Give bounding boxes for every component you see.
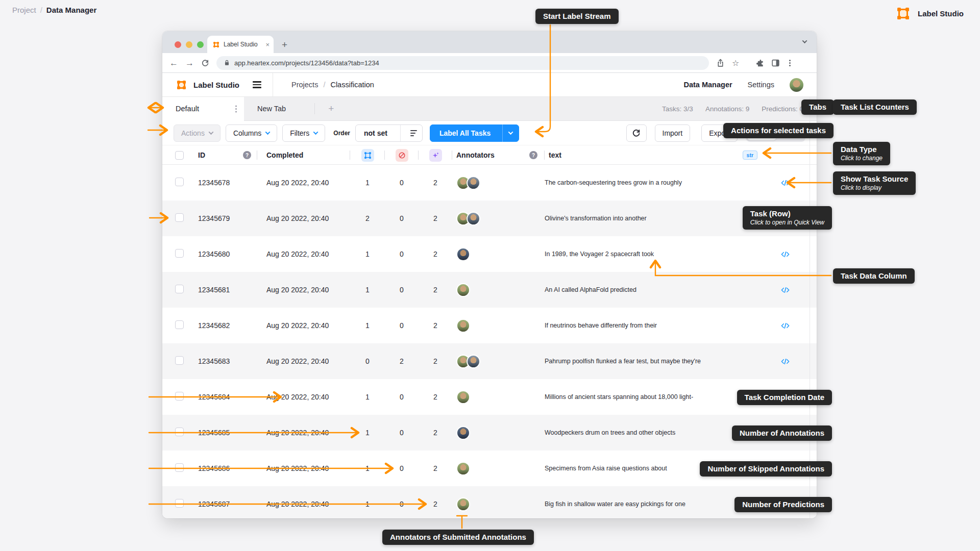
window-close-button[interactable] xyxy=(175,41,181,48)
add-tab-button[interactable]: + xyxy=(315,103,347,114)
table-row[interactable]: 12345684 Aug 20 2022, 20:40 1 0 2 Millio… xyxy=(162,379,817,415)
task-text: Olivine's transformation into another xyxy=(545,215,765,222)
chevron-down-icon[interactable] xyxy=(502,124,519,142)
row-checkbox[interactable] xyxy=(175,499,184,508)
counter-predictions: Predictions: 0 xyxy=(762,105,803,113)
predictions-count: 2 xyxy=(419,393,452,401)
table-row[interactable]: 12345680 Aug 20 2022, 20:40 1 0 2 In 198… xyxy=(162,236,817,272)
label-all-tasks-button[interactable]: Label All Tasks xyxy=(430,124,519,142)
predictions-count: 2 xyxy=(419,429,452,437)
refresh-button[interactable] xyxy=(626,124,647,142)
skipped-count: 0 xyxy=(385,250,419,258)
share-icon[interactable] xyxy=(716,59,725,67)
nav-settings[interactable]: Settings xyxy=(748,81,774,89)
window-zoom-button[interactable] xyxy=(197,41,204,48)
row-checkbox[interactable] xyxy=(175,285,184,293)
show-task-source-icon[interactable] xyxy=(781,179,790,187)
annotators-cell xyxy=(452,212,545,226)
table-row[interactable]: 12345678 Aug 20 2022, 20:40 1 0 2 The ca… xyxy=(162,165,817,201)
show-task-source-icon[interactable] xyxy=(781,286,790,294)
lock-icon xyxy=(224,59,230,66)
show-task-source-icon[interactable] xyxy=(781,358,790,365)
annotators-cell xyxy=(452,462,545,475)
breadcrumb-separator: / xyxy=(40,6,42,14)
sort-icon[interactable] xyxy=(405,130,422,136)
table-row[interactable]: 12345685 Aug 20 2022, 20:40 1 0 2 Woodpe… xyxy=(162,415,817,450)
order-button[interactable]: not set xyxy=(355,124,423,142)
column-header-annotators[interactable]: Annotators ? xyxy=(452,145,545,165)
hamburger-menu-icon[interactable] xyxy=(253,81,261,88)
callout-title: Task (Row) xyxy=(750,209,824,218)
show-task-source-icon[interactable] xyxy=(781,322,790,330)
row-checkbox[interactable] xyxy=(175,463,184,472)
new-browser-tab-button[interactable]: + xyxy=(282,40,287,49)
task-id: 12345678 xyxy=(194,179,257,187)
task-completed-date: Aug 20 2022, 20:40 xyxy=(257,321,350,330)
forward-icon[interactable]: → xyxy=(185,59,194,67)
predictions-count: 2 xyxy=(419,250,452,258)
task-id: 12345681 xyxy=(194,286,257,294)
columns-button[interactable]: Columns xyxy=(226,124,277,142)
tab-new-tab[interactable]: New Tab xyxy=(244,105,299,113)
reload-icon[interactable] xyxy=(201,59,209,67)
row-checkbox[interactable] xyxy=(175,320,184,329)
callout-title: Actions for selected tasks xyxy=(731,126,826,135)
row-checkbox[interactable] xyxy=(175,249,184,258)
column-header-annotations[interactable] xyxy=(350,145,385,165)
table-row[interactable]: 12345679 Aug 20 2022, 20:40 2 0 2 Olivin… xyxy=(162,201,817,236)
help-icon[interactable]: ? xyxy=(243,151,251,159)
window-minimize-button[interactable] xyxy=(186,41,192,48)
row-checkbox[interactable] xyxy=(175,392,184,400)
table-row[interactable]: 12345683 Aug 20 2022, 20:40 0 2 2 Pahrum… xyxy=(162,343,817,379)
callout-title: Show Task Source xyxy=(841,174,908,184)
show-task-source-icon[interactable] xyxy=(781,251,790,258)
side-panel-icon[interactable] xyxy=(771,59,780,67)
data-type-badge[interactable]: str xyxy=(743,151,757,160)
columns-label: Columns xyxy=(233,129,261,137)
column-header-skipped[interactable] xyxy=(385,145,419,165)
annotator-avatar xyxy=(456,462,470,475)
table-row[interactable]: 12345682 Aug 20 2022, 20:40 1 0 2 If neu… xyxy=(162,308,817,343)
row-checkbox[interactable] xyxy=(175,213,184,222)
help-icon[interactable]: ? xyxy=(529,151,537,159)
breadcrumb-parent[interactable]: Project xyxy=(12,6,36,14)
row-checkbox[interactable] xyxy=(175,428,184,436)
label-studio-logo-icon xyxy=(178,81,185,89)
tab-default[interactable]: Default xyxy=(162,97,244,121)
skipped-count: 2 xyxy=(385,357,419,365)
crumb-projects[interactable]: Projects xyxy=(291,81,318,89)
filters-button[interactable]: Filters xyxy=(282,124,325,142)
browser-tab[interactable]: Label Studio × xyxy=(207,36,274,53)
task-id: 12345686 xyxy=(194,464,257,472)
annotators-cell xyxy=(452,247,545,261)
chevron-down-icon[interactable] xyxy=(802,38,807,43)
select-all-checkbox[interactable] xyxy=(175,151,184,160)
nav-data-manager[interactable]: Data Manager xyxy=(684,81,732,89)
back-icon[interactable]: ← xyxy=(169,59,178,67)
actions-button[interactable]: Actions xyxy=(174,124,220,142)
row-checkbox[interactable] xyxy=(175,356,184,365)
tab-menu-icon[interactable] xyxy=(235,108,237,110)
task-id: 12345683 xyxy=(194,357,257,365)
row-checkbox[interactable] xyxy=(175,178,184,186)
table-row[interactable]: 12345687 Aug 20 2022, 20:40 1 0 2 Big fi… xyxy=(162,486,817,518)
task-id: 12345679 xyxy=(194,214,257,222)
app-brand[interactable]: Label Studio xyxy=(176,79,239,91)
scrollbar-gutter[interactable] xyxy=(810,97,810,518)
address-bar[interactable]: app.heartex.com/projects/123456/data?tab… xyxy=(216,56,709,70)
callout-data-type: Data Type Click to change xyxy=(833,142,890,165)
table-row[interactable]: 12345681 Aug 20 2022, 20:40 1 0 2 An AI … xyxy=(162,272,817,308)
import-button[interactable]: Import xyxy=(655,124,691,142)
extensions-puzzle-icon[interactable] xyxy=(755,59,764,67)
bookmark-star-icon[interactable]: ☆ xyxy=(732,58,739,68)
column-header-predictions[interactable] xyxy=(419,145,452,165)
callout-subtitle: Click to change xyxy=(841,155,883,162)
column-header-id[interactable]: ID ? xyxy=(194,145,257,165)
skipped-count: 0 xyxy=(385,286,419,294)
browser-menu-icon[interactable] xyxy=(789,62,791,64)
tab-close-icon[interactable]: × xyxy=(265,41,270,48)
user-avatar[interactable] xyxy=(790,78,803,92)
task-completed-date: Aug 20 2022, 20:40 xyxy=(257,250,350,258)
column-header-text[interactable]: text str xyxy=(545,145,765,165)
column-header-completed[interactable]: Completed xyxy=(257,145,350,165)
